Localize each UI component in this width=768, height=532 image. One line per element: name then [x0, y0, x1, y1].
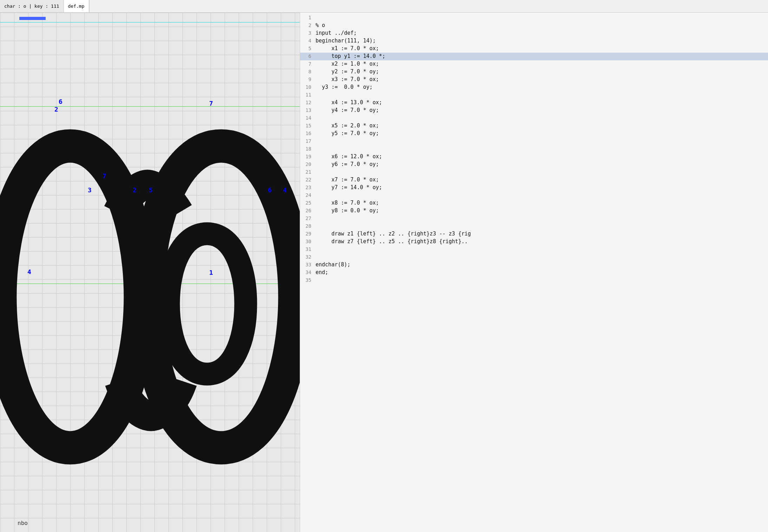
line-number: 4	[300, 37, 316, 44]
line-number: 17	[300, 138, 316, 145]
line-number: 20	[300, 161, 316, 168]
code-line-11[interactable]: 11	[300, 91, 768, 99]
line-number: 12	[300, 99, 316, 106]
code-line-19[interactable]: 19 x6 := 12.0 * ox;	[300, 153, 768, 161]
line-code-text: x5 := 2.0 * ox;	[316, 122, 768, 130]
code-line-33[interactable]: 33endchar(8);	[300, 261, 768, 269]
code-line-27[interactable]: 27	[300, 215, 768, 222]
code-line-31[interactable]: 31	[300, 246, 768, 253]
point-label-6a: 6	[59, 98, 62, 105]
code-line-8[interactable]: 8 y2 := 7.0 * oy;	[300, 68, 768, 76]
line-code-text: x3 := 7.0 * ox;	[316, 76, 768, 84]
code-line-28[interactable]: 28	[300, 222, 768, 230]
point-label-7: 7	[102, 172, 106, 180]
point-label-4b: 4	[283, 186, 287, 194]
file-tab[interactable]: def.mp	[64, 0, 89, 12]
line-code-text: top y1 := 14.0 *;	[316, 53, 768, 60]
code-line-24[interactable]: 24	[300, 192, 768, 199]
point-label-7b: 7	[209, 100, 213, 107]
code-line-4[interactable]: 4beginchar(111, 14);	[300, 37, 768, 45]
code-line-16[interactable]: 16 y5 := 7.0 * oy;	[300, 130, 768, 138]
header-bar: char : o | key : 111 def.mp	[0, 0, 768, 13]
line-number: 28	[300, 222, 316, 230]
code-line-26[interactable]: 26 y8 := 0.0 * oy;	[300, 207, 768, 215]
line-number: 13	[300, 107, 316, 114]
code-line-29[interactable]: 29 draw z1 {left} .. z2 .. {right}z3 -- …	[300, 230, 768, 238]
line-number: 7	[300, 60, 316, 67]
code-line-17[interactable]: 17	[300, 138, 768, 145]
line-number: 15	[300, 122, 316, 129]
line-number: 32	[300, 253, 316, 260]
char-key-tab[interactable]: char : o | key : 111	[0, 0, 64, 12]
line-number: 9	[300, 76, 316, 83]
line-number: 1	[300, 14, 316, 21]
code-line-6[interactable]: 6 top y1 := 14.0 *;	[300, 53, 768, 60]
code-line-2[interactable]: 2% o	[300, 22, 768, 29]
point-label-6b: 6	[268, 186, 272, 194]
point-label-2b: 2	[133, 186, 137, 194]
line-code-text: x8 := 7.0 * ox;	[316, 199, 768, 207]
line-number: 21	[300, 168, 316, 175]
code-line-32[interactable]: 32	[300, 253, 768, 261]
line-number: 11	[300, 91, 316, 98]
line-number: 10	[300, 84, 316, 91]
code-line-13[interactable]: 13 y4 := 7.0 * oy;	[300, 107, 768, 114]
line-number: 27	[300, 215, 316, 222]
line-number: 6	[300, 53, 316, 60]
line-number: 23	[300, 184, 316, 191]
line-number: 31	[300, 246, 316, 253]
code-line-20[interactable]: 20 y6 := 7.0 * oy;	[300, 161, 768, 168]
point-label-4a: 4	[27, 268, 31, 275]
code-line-25[interactable]: 25 x8 := 7.0 * ox;	[300, 199, 768, 207]
line-number: 16	[300, 130, 316, 137]
code-line-9[interactable]: 9 x3 := 7.0 * ox;	[300, 76, 768, 84]
code-line-18[interactable]: 18	[300, 145, 768, 153]
line-code-text: y4 := 7.0 * oy;	[316, 107, 768, 114]
code-line-34[interactable]: 34end;	[300, 269, 768, 277]
line-code-text: y6 := 7.0 * oy;	[316, 161, 768, 168]
line-code-text: endchar(8);	[316, 261, 768, 269]
line-code-text: x6 := 12.0 * ox;	[316, 153, 768, 161]
line-code-text: y8 := 0.0 * oy;	[316, 207, 768, 215]
nbo-label: nbo	[18, 520, 28, 526]
line-number: 3	[300, 29, 316, 36]
code-line-5[interactable]: 5 x1 := 7.0 * ox;	[300, 45, 768, 53]
line-code-text: beginchar(111, 14);	[316, 37, 768, 45]
point-label-3: 3	[88, 186, 92, 194]
code-line-23[interactable]: 23 y7 := 14.0 * oy;	[300, 184, 768, 192]
code-line-22[interactable]: 22 x7 := 7.0 * ox;	[300, 176, 768, 184]
char-key-display: char : o | key : 111 def.mp	[0, 0, 90, 12]
point-label-1: 1	[209, 269, 213, 276]
code-panel[interactable]: 12% o3input ../def;4beginchar(111, 14);5…	[300, 13, 768, 532]
glyph-svg	[0, 13, 300, 532]
point-label-2a: 2	[54, 106, 58, 113]
line-number: 30	[300, 238, 316, 245]
code-line-21[interactable]: 21	[300, 168, 768, 176]
file-tab-label: def.mp	[68, 4, 85, 9]
line-number: 14	[300, 114, 316, 121]
line-code-text: % o	[316, 22, 768, 29]
line-code-text: y2 := 7.0 * oy;	[316, 68, 768, 76]
code-content: 12% o3input ../def;4beginchar(111, 14);5…	[300, 13, 768, 286]
line-number: 19	[300, 153, 316, 160]
code-line-30[interactable]: 30 draw z7 {left} .. z5 .. {right}z8 {ri…	[300, 238, 768, 246]
canvas-area[interactable]: 2 6 7 3 4 2 5 6 4 7 1 nbo	[0, 13, 300, 532]
code-line-14[interactable]: 14	[300, 114, 768, 122]
code-line-15[interactable]: 15 x5 := 2.0 * ox;	[300, 122, 768, 130]
code-line-3[interactable]: 3input ../def;	[300, 29, 768, 37]
code-line-35[interactable]: 35	[300, 277, 768, 284]
line-code-text: draw z7 {left} .. z5 .. {right}z8 {right…	[316, 238, 768, 246]
line-code-text: x4 := 13.0 * ox;	[316, 99, 768, 107]
line-code-text: draw z1 {left} .. z2 .. {right}z3 -- z3 …	[316, 230, 768, 238]
code-line-1[interactable]: 1	[300, 14, 768, 22]
code-line-7[interactable]: 7 x2 := 1.0 * ox;	[300, 60, 768, 68]
line-code-text: y3 := 0.0 * oy;	[316, 84, 768, 91]
line-code-text: x2 := 1.0 * ox;	[316, 60, 768, 68]
line-number: 26	[300, 207, 316, 214]
line-number: 35	[300, 277, 316, 284]
main-area: 2 6 7 3 4 2 5 6 4 7 1 nbo 12% o3input ..…	[0, 13, 768, 532]
line-code-text: end;	[316, 269, 768, 277]
code-line-10[interactable]: 10 y3 := 0.0 * oy;	[300, 84, 768, 91]
code-line-12[interactable]: 12 x4 := 13.0 * ox;	[300, 99, 768, 107]
line-code-text: x7 := 7.0 * ox;	[316, 176, 768, 184]
